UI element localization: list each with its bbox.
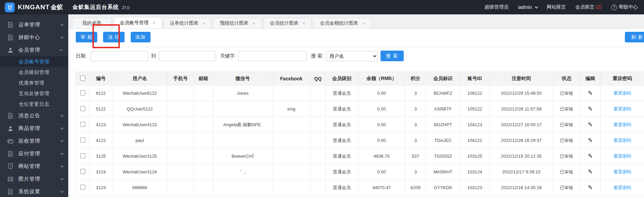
sidebar-subitem-member-level-management[interactable]: 会员级别管理 [0, 67, 68, 78]
member-messages-link[interactable]: 会员留言(2) [575, 4, 602, 10]
cell-qq [311, 133, 326, 148]
row-checkbox[interactable] [80, 106, 85, 111]
tab-label: 会员账号管理 [120, 20, 148, 26]
edit-pencil-icon[interactable]: ✎ [588, 169, 592, 175]
edit-pencil-icon[interactable]: ✎ [588, 153, 592, 159]
cell-reset-password: 重置密码 [601, 164, 644, 180]
tab-member-amount-stats-chart[interactable]: 会员金额统计图表× [313, 18, 371, 28]
edit-pencil-icon[interactable]: ✎ [588, 106, 592, 112]
sidebar-subitem-coupon-management[interactable]: 优惠券管理 [0, 78, 68, 88]
tab-forecast-stats-chart[interactable]: 预报统计图表× [213, 18, 262, 28]
row-checkbox[interactable] [80, 153, 85, 158]
tab-close-icon[interactable]: × [362, 21, 365, 26]
cell-balance: 0.00 [358, 86, 405, 101]
row-checkbox[interactable] [80, 137, 85, 143]
date-to-input[interactable] [159, 51, 216, 61]
chevron-down-icon [60, 35, 64, 39]
sidebar-item-waybill-management[interactable]: 运单管理 [0, 18, 68, 31]
site-messages-link[interactable]: 网站留言 [547, 4, 566, 10]
chevron-down-icon [535, 5, 538, 9]
cell-id: 4122 [90, 133, 112, 148]
cell-member-code: ASRBTF [426, 101, 460, 117]
html5-icon: 5 [8, 163, 13, 169]
sidebar-subitem-feedback-management[interactable]: 互动反馈管理 [0, 88, 68, 99]
cell-register-time: 2022/12/17 9:39:10 [490, 164, 553, 180]
sidebar-item-website-management[interactable]: 5网站管理 [0, 160, 68, 173]
help-label: 帮助中心 [619, 4, 638, 10]
select-all-checkbox[interactable] [80, 76, 85, 81]
cell-wechat: 「 」 [213, 164, 272, 180]
audit-button[interactable]: 审 核 [76, 32, 97, 42]
wallet-icon [8, 138, 13, 144]
sidebar-item-label: 消息公告 [18, 113, 60, 119]
sidebar-item-message-announcement[interactable]: 消息公告 [0, 109, 68, 122]
reset-password-link[interactable]: 重置密码 [614, 106, 631, 111]
member-messages-label: 会员留言 [575, 4, 595, 10]
reset-password-link[interactable]: 重置密码 [614, 138, 631, 143]
cell-member-level: 普通会员 [326, 133, 358, 148]
cell-balance: 44070.47 [358, 180, 405, 196]
column-header-status: 状态 [553, 72, 580, 86]
date-label: 日期: [76, 53, 87, 59]
username-label: iadmin [518, 4, 532, 10]
table-row: 3125WechatUser3125BeaverCmǏ普通会员4836.7053… [76, 148, 644, 164]
edit-pencil-icon[interactable]: ✎ [588, 137, 592, 144]
refresh-button[interactable]: 刷 新 [625, 32, 644, 42]
cell-username: WechatUser6122 [112, 86, 168, 101]
cell-edit: ✎ [580, 117, 601, 133]
edit-pencil-icon[interactable]: ✎ [588, 90, 592, 96]
reset-password-link[interactable]: 重置密码 [614, 185, 631, 190]
sidebar-item-member-management[interactable]: 会员管理 [0, 44, 68, 56]
reset-password-link[interactable]: 重置密码 [614, 169, 631, 174]
sidebar-item-payable-management[interactable]: 应付管理 [0, 147, 68, 160]
sidebar-item-label: 网站管理 [18, 163, 60, 170]
tab-close-icon[interactable]: × [153, 21, 155, 26]
tab-waybill-stats-chart[interactable]: 运单统计图表× [163, 18, 212, 28]
sidebar-subitem-warehouse-change-log[interactable]: 仓位变更日志 [0, 99, 68, 109]
sidebar-item-product-management[interactable]: 商品管理 [0, 122, 68, 135]
user-dropdown[interactable]: iadmin [518, 4, 537, 10]
tab-close-icon[interactable]: × [303, 21, 305, 26]
column-header-register-time: 注册时间 [490, 72, 553, 86]
table-row: 3123666666普通会员44070.476209GYYKDK10312320… [76, 180, 644, 196]
sidebar-submenu-member-management: 会员账号管理会员级别管理优惠券管理互动反馈管理仓位变更日志 [0, 56, 68, 109]
reset-password-link[interactable]: 重置密码 [614, 91, 631, 96]
tab-close-icon[interactable]: × [203, 21, 205, 26]
sidebar: 运单管理拼邮中心会员管理会员账号管理会员级别管理优惠券管理互动反馈管理仓位变更日… [0, 14, 68, 197]
row-checkbox[interactable] [80, 122, 85, 127]
tab-label: 会员统计图表 [270, 20, 299, 26]
cell-email [194, 117, 213, 133]
help-link[interactable]: ? 帮助中心 [611, 4, 638, 10]
add-button[interactable]: 添加 [131, 32, 151, 42]
tab-member-stats-chart[interactable]: 会员统计图表× [263, 18, 312, 28]
reset-password-link[interactable]: 重置密码 [614, 154, 631, 159]
cell-reset-password: 重置密码 [601, 117, 644, 133]
row-checkbox[interactable] [80, 185, 85, 190]
tab-my-desktop[interactable]: 我的桌面 [72, 18, 112, 28]
row-checkbox[interactable] [80, 169, 85, 174]
sidebar-item-image-management[interactable]: 图片管理 [0, 173, 68, 185]
sidebar-item-mail-center[interactable]: 拼邮中心 [0, 31, 68, 44]
edit-pencil-icon[interactable]: ✎ [588, 184, 592, 191]
search-button[interactable]: 搜 索 [381, 51, 404, 61]
date-from-input[interactable] [90, 51, 148, 61]
row-checkbox-cell [76, 133, 90, 148]
sidebar-item-receivable-management[interactable]: 应收管理 [0, 135, 68, 147]
tab-close-icon[interactable]: × [253, 21, 255, 26]
sidebar-item-system-settings[interactable]: 系统设置 [0, 185, 68, 197]
cell-username: WechatUser3125 [112, 148, 168, 164]
cell-username: 666666 [112, 180, 168, 196]
cell-email [194, 133, 213, 148]
freeze-button[interactable]: 冻 结 [103, 32, 125, 42]
sidebar-subitem-member-account-management[interactable]: 会员账号管理 [0, 56, 68, 67]
question-circle-icon: ? [611, 4, 617, 10]
edit-pencil-icon[interactable]: ✎ [588, 121, 592, 128]
keyword-label: 关键字: [220, 53, 236, 59]
search-field-select[interactable]: 用户名 [326, 51, 378, 61]
row-checkbox[interactable] [80, 90, 85, 95]
to-label: 到 [151, 53, 156, 59]
keyword-input[interactable] [238, 51, 306, 61]
tab-member-account-management[interactable]: 会员账号管理× [113, 17, 162, 28]
svg-text:5: 5 [10, 165, 11, 168]
reset-password-link[interactable]: 重置密码 [614, 122, 631, 127]
